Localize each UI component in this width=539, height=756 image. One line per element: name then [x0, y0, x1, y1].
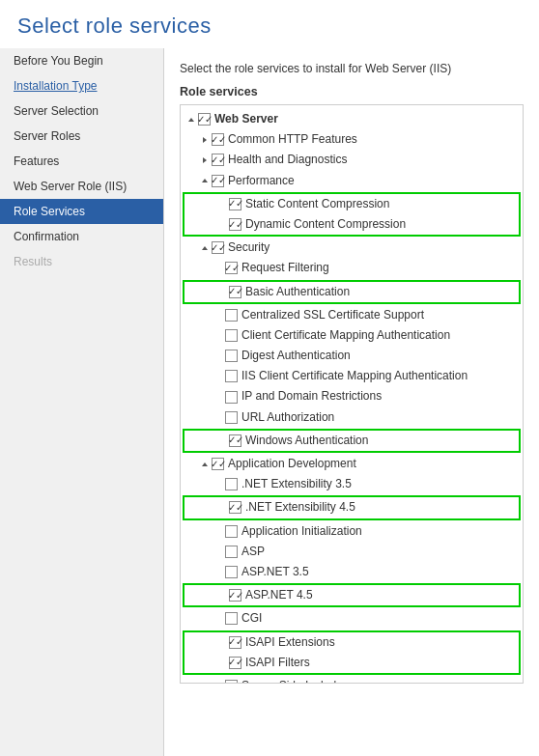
tree-node-net35[interactable]: .NET Extensibility 3.5 — [181, 474, 523, 494]
checkbox-cgi[interactable] — [225, 612, 238, 625]
sidebar-item-role-services[interactable]: Role Services — [0, 199, 163, 224]
node-label-performance: Performance — [228, 172, 295, 190]
sidebar-item-before-you-begin[interactable]: Before You Begin — [0, 48, 163, 73]
role-services-label: Role services — [180, 85, 524, 98]
node-label-health-diag: Health and Diagnostics — [228, 151, 347, 169]
checkbox-net45[interactable]: ✓ — [229, 501, 241, 514]
checkbox-asp[interactable] — [225, 546, 238, 558]
tree-node-isapi-filters[interactable]: ✓ISAPI Filters — [184, 653, 519, 673]
tree-node-common-http[interactable]: ✓Common HTTP Features — [181, 129, 523, 150]
expander-net35 — [212, 478, 225, 491]
tree-node-health-diag[interactable]: ✓Health and Diagnostics — [181, 150, 523, 170]
sidebar-item-web-server-role-(iis)[interactable]: Web Server Role (IIS) — [0, 174, 163, 199]
checkbox-aspnet35[interactable] — [225, 566, 238, 578]
tree-node-centralized-ssl[interactable]: Centralized SSL Certificate Support — [181, 305, 523, 325]
checkbox-server-side[interactable] — [225, 680, 238, 684]
expander-server-side — [212, 679, 225, 684]
sidebar-item-confirmation[interactable]: Confirmation — [0, 224, 163, 249]
checkbox-app-init[interactable] — [225, 525, 238, 538]
checkbox-performance[interactable]: ✓ — [212, 175, 224, 187]
tree-node-performance[interactable]: ✓Performance — [181, 171, 523, 191]
tree-node-url-auth[interactable]: URL Authorization — [181, 407, 523, 428]
node-label-app-init: Application Initialization — [241, 522, 362, 541]
checkbox-web-server[interactable]: ✓ — [198, 113, 211, 126]
checkbox-basic-auth[interactable]: ✓ — [229, 286, 241, 298]
sidebar-item-installation-type[interactable]: Installation Type — [0, 73, 163, 98]
node-label-dynamic-compression: Dynamic Content Compression — [245, 215, 406, 234]
checkbox-dynamic-compression[interactable]: ✓ — [229, 218, 241, 231]
tree-node-net45[interactable]: ✓.NET Extensibility 4.5 — [184, 497, 519, 518]
node-label-iis-client-cert: IIS Client Certificate Mapping Authentic… — [241, 367, 468, 385]
node-label-cgi: CGI — [241, 609, 262, 628]
header: Select role services — [0, 0, 539, 48]
tree-node-app-init[interactable]: Application Initialization — [181, 521, 523, 542]
tree-node-asp[interactable]: ASP — [181, 542, 523, 562]
highlight-group-6: ✓ISAPI Extensions✓ISAPI Filters — [183, 630, 521, 675]
checkbox-digest-auth[interactable] — [225, 350, 238, 362]
tree-node-iis-client-cert[interactable]: IIS Client Certificate Mapping Authentic… — [181, 366, 523, 386]
checkbox-static-compression[interactable]: ✓ — [229, 198, 241, 210]
node-label-digest-auth: Digest Authentication — [241, 347, 351, 365]
tree-node-static-compression[interactable]: ✓Static Content Compression — [184, 194, 519, 214]
checkbox-client-cert[interactable] — [225, 329, 238, 342]
node-label-asp: ASP — [241, 543, 265, 561]
checkbox-iis-client-cert[interactable] — [225, 370, 238, 382]
node-label-app-dev: Application Development — [228, 455, 356, 473]
node-label-static-compression: Static Content Compression — [245, 195, 389, 213]
highlight-group-1: ✓Static Content Compression✓Dynamic Cont… — [183, 192, 521, 237]
node-label-client-cert: Client Certificate Mapping Authenticatio… — [241, 326, 450, 345]
tree-node-server-side[interactable]: Server Side Includes — [181, 676, 523, 684]
checkbox-common-http[interactable]: ✓ — [212, 133, 224, 146]
tree-node-client-cert[interactable]: Client Certificate Mapping Authenticatio… — [181, 325, 523, 346]
node-label-url-auth: URL Authorization — [241, 408, 334, 427]
sidebar-item-results: Results — [0, 249, 163, 274]
svg-marker-5 — [202, 462, 208, 466]
tree-node-app-dev[interactable]: ✓Application Development — [181, 454, 523, 474]
checkbox-app-dev[interactable]: ✓ — [212, 458, 224, 470]
sidebar-item-server-selection[interactable]: Server Selection — [0, 98, 163, 124]
svg-marker-1 — [203, 137, 207, 143]
sidebar-item-server-roles[interactable]: Server Roles — [0, 124, 163, 149]
checkbox-ip-domain[interactable] — [225, 391, 238, 404]
tree-node-aspnet35[interactable]: ASP.NET 3.5 — [181, 562, 523, 582]
checkbox-windows-auth[interactable]: ✓ — [229, 434, 241, 447]
expander-centralized-ssl — [212, 308, 225, 322]
node-label-ip-domain: IP and Domain Restrictions — [241, 387, 382, 406]
sidebar-item-features[interactable]: Features — [0, 149, 163, 174]
svg-marker-3 — [202, 179, 208, 182]
checkbox-centralized-ssl[interactable] — [225, 309, 238, 322]
tree-node-aspnet45[interactable]: ✓ASP.NET 4.5 — [184, 585, 519, 605]
tree-node-isapi-ext[interactable]: ✓ISAPI Extensions — [184, 632, 519, 653]
checkbox-isapi-filters[interactable]: ✓ — [229, 657, 241, 669]
description: Select the role services to install for … — [180, 62, 524, 75]
tree-node-cgi[interactable]: CGI — [181, 608, 523, 629]
expander-aspnet35 — [212, 566, 225, 579]
svg-marker-4 — [202, 246, 208, 250]
expander-digest-auth — [212, 350, 225, 363]
tree-node-windows-auth[interactable]: ✓Windows Authentication — [184, 431, 519, 451]
tree-node-dynamic-compression[interactable]: ✓Dynamic Content Compression — [184, 214, 519, 235]
expander-app-init — [212, 524, 225, 538]
tree-node-security[interactable]: ✓Security — [181, 238, 523, 258]
right-panel: Select the role services to install for … — [164, 48, 539, 756]
checkbox-net35[interactable] — [225, 478, 238, 490]
checkbox-security[interactable]: ✓ — [212, 241, 224, 254]
highlight-group-2: ✓Basic Authentication — [183, 280, 521, 304]
tree-node-basic-auth[interactable]: ✓Basic Authentication — [184, 282, 519, 302]
expander-ip-domain — [212, 390, 225, 404]
tree-node-web-server[interactable]: ✓Web Server — [181, 109, 523, 129]
checkbox-isapi-ext[interactable]: ✓ — [229, 636, 241, 649]
checkbox-health-diag[interactable]: ✓ — [212, 154, 224, 166]
expander-asp — [212, 545, 225, 558]
node-label-web-server: Web Server — [214, 110, 278, 128]
checkbox-url-auth[interactable] — [225, 411, 238, 424]
checkbox-aspnet45[interactable]: ✓ — [229, 589, 241, 602]
node-label-aspnet35: ASP.NET 3.5 — [241, 563, 309, 581]
checkbox-request-filtering[interactable]: ✓ — [225, 262, 238, 274]
tree-container[interactable]: ✓Web Server✓Common HTTP Features✓Health … — [180, 104, 524, 684]
expander-iis-client-cert — [212, 370, 225, 383]
tree-node-ip-domain[interactable]: IP and Domain Restrictions — [181, 386, 523, 406]
tree-node-digest-auth[interactable]: Digest Authentication — [181, 346, 523, 366]
highlight-group-5: ✓ASP.NET 4.5 — [183, 583, 521, 607]
tree-node-request-filtering[interactable]: ✓Request Filtering — [181, 258, 523, 278]
